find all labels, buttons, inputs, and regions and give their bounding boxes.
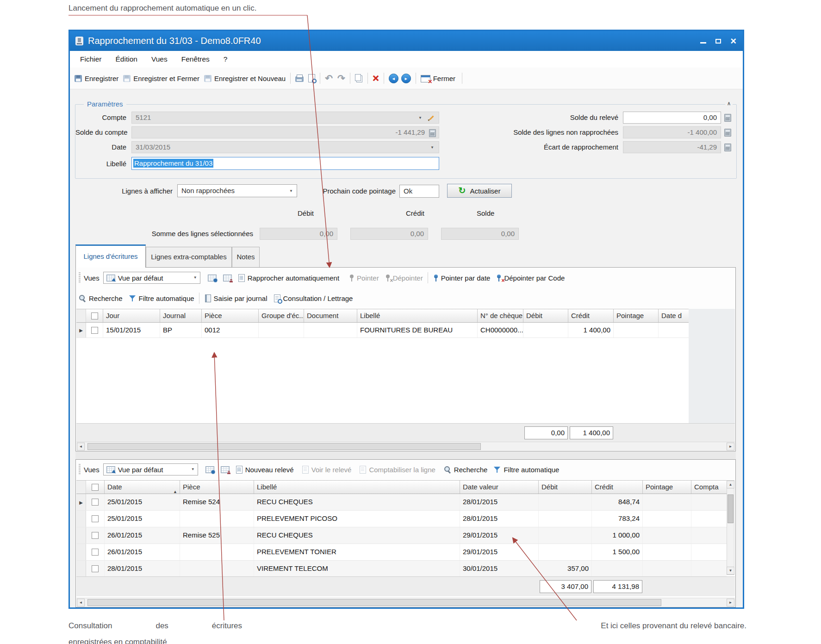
collapse-chevron-icon[interactable]: ∧ — [725, 100, 733, 106]
solde-releve-field[interactable]: 0,00 — [623, 112, 721, 124]
voir-releve-button[interactable]: Voir le relevé — [302, 466, 352, 474]
calculator-icon[interactable] — [429, 129, 436, 137]
minimize-button[interactable] — [700, 37, 706, 45]
releve-hscrollbar[interactable]: ◄ ► — [76, 598, 735, 606]
select-all-checkbox[interactable] — [86, 309, 103, 322]
maximize-button[interactable] — [715, 37, 721, 45]
consultation-lettrage-button[interactable]: Consultation / Lettrage — [274, 294, 353, 302]
scroll-left-icon[interactable]: ◄ — [77, 599, 85, 606]
filtre-auto-button[interactable]: Filtre automatique — [129, 294, 194, 302]
menu-fichier[interactable]: Fichier — [80, 55, 102, 63]
prochain-code-input[interactable]: Ok — [399, 185, 439, 198]
print-button[interactable] — [295, 75, 304, 82]
panel-splitter[interactable] — [75, 451, 736, 459]
chevron-down-icon[interactable]: ▼ — [430, 146, 434, 150]
scroll-right-icon[interactable]: ► — [727, 443, 734, 450]
undo-button[interactable]: ↶ — [325, 74, 333, 82]
col-document[interactable]: Document — [304, 309, 357, 322]
calculator-icon[interactable] — [724, 129, 731, 137]
releve-row[interactable]: 26/01/2015 PRELEVEMENT TONIER 29/01/2015… — [76, 544, 727, 561]
row-checkbox[interactable] — [86, 561, 105, 577]
calculator-icon[interactable] — [724, 144, 731, 151]
col-date-valeur[interactable]: Date d — [659, 309, 689, 322]
comptabiliser-button[interactable]: Comptabiliser la ligne — [360, 466, 435, 474]
save-close-button[interactable]: Enregistrer et Fermer — [123, 75, 199, 82]
menu-vues[interactable]: Vues — [151, 55, 168, 63]
close-button[interactable]: × — [730, 37, 736, 46]
col-pointage[interactable]: Pointage — [614, 309, 659, 322]
scroll-down-icon[interactable]: ▼ — [727, 567, 734, 575]
actualiser-button[interactable]: ↻ Actualiser — [447, 184, 512, 198]
previous-button[interactable]: ◄ — [389, 74, 398, 83]
row-checkbox[interactable] — [86, 494, 105, 510]
menu-fenetres[interactable]: Fenêtres — [181, 55, 210, 63]
pointer-par-date-button[interactable]: Pointer par date — [434, 274, 491, 282]
col-groupe[interactable]: Groupe d'éc... — [259, 309, 304, 322]
col-libelle[interactable]: Libellé — [254, 481, 460, 494]
save-button[interactable]: Enregistrer — [75, 75, 118, 82]
recherche-button[interactable]: Recherche — [444, 466, 488, 474]
col-credit[interactable]: Crédit — [592, 481, 643, 494]
pointer-button[interactable]: Pointer — [349, 274, 379, 282]
vue-select[interactable]: Vue par défaut ▼ — [103, 463, 198, 475]
releve-row[interactable]: 25/01/2015 PRELEVEMENT PICOSO 28/01/2015… — [76, 511, 727, 527]
scroll-up-icon[interactable]: ▲ — [727, 481, 734, 488]
row-checkbox[interactable] — [86, 527, 105, 544]
chevron-down-icon[interactable]: ▼ — [418, 116, 422, 120]
ecritures-row[interactable]: ▶ 15/01/2015 BP 0012 FOURNITURES DE BURE… — [76, 323, 689, 338]
scroll-thumb[interactable] — [87, 443, 481, 450]
releve-row[interactable]: 26/01/2015 Remise 525 RECU CHEQUES 29/01… — [76, 527, 727, 544]
col-compta[interactable]: Compta — [691, 481, 727, 494]
libelle-input[interactable]: Rapprochement du 31/03 — [131, 157, 439, 170]
ecritures-hscrollbar[interactable]: ◄ ► — [76, 442, 735, 450]
col-piece[interactable]: Pièce — [180, 481, 254, 494]
depointer-button[interactable]: × Dépointer — [386, 274, 423, 282]
date-field[interactable]: 31/03/2015 ▼ — [131, 141, 439, 153]
scroll-thumb[interactable] — [87, 599, 661, 606]
col-piece[interactable]: Pièce — [202, 309, 259, 322]
toolbar-grip[interactable] — [79, 464, 81, 475]
col-libelle[interactable]: Libellé — [357, 309, 478, 322]
row-checkbox[interactable] — [86, 511, 105, 527]
col-date-valeur[interactable]: Date valeur — [460, 481, 539, 494]
col-pointage[interactable]: Pointage — [643, 481, 691, 494]
edit-pencil-icon[interactable] — [428, 114, 435, 121]
title-bar[interactable]: Rapprochement du 31/03 - Demo8.0FR40 × — [70, 31, 743, 51]
calculator-icon[interactable] — [724, 114, 731, 122]
select-all-checkbox[interactable] — [86, 481, 105, 494]
releve-row[interactable]: 28/01/2015 VIREMENT TELECOM 30/01/2015 3… — [76, 561, 727, 577]
redo-button[interactable]: ↷ — [337, 74, 345, 82]
scroll-thumb[interactable] — [728, 494, 734, 523]
tab-lignes-ecritures[interactable]: Lignes d'écritures — [75, 244, 146, 268]
grid-user-view-icon[interactable] — [223, 275, 232, 281]
row-checkbox[interactable] — [86, 323, 103, 338]
rapprocher-auto-button[interactable]: Rapprocher automatiquement — [238, 274, 339, 282]
fermer-button[interactable]: Fermer — [421, 74, 455, 82]
col-debit[interactable]: Débit — [539, 481, 592, 494]
depointer-par-code-button[interactable]: × Dépointer par Code — [497, 274, 565, 282]
tab-notes[interactable]: Notes — [232, 247, 260, 268]
col-cheque[interactable]: N° de chèque — [478, 309, 523, 322]
grid-settings-icon[interactable] — [205, 466, 214, 473]
saisie-journal-button[interactable]: Saisie par journal — [205, 294, 267, 302]
col-date[interactable]: Date▲ — [105, 481, 180, 494]
releve-row[interactable]: ▶ 25/01/2015 Remise 524 RECU CHEQUES 28/… — [76, 494, 727, 511]
releve-vscrollbar[interactable]: ▲ ▼ — [727, 480, 734, 575]
lignes-afficher-select[interactable]: Non rapprochées ▼ — [177, 184, 297, 197]
col-journal[interactable]: Journal — [160, 309, 202, 322]
grid-user-view-icon[interactable] — [221, 466, 230, 473]
scroll-left-icon[interactable]: ◄ — [77, 443, 85, 450]
print-preview-button[interactable] — [308, 74, 315, 82]
vue-select[interactable]: Vue par défaut ▼ — [103, 272, 200, 284]
menu-aide[interactable]: ? — [224, 55, 228, 63]
nouveau-releve-button[interactable]: Nouveau relevé — [236, 466, 294, 474]
col-credit[interactable]: Crédit — [568, 309, 614, 322]
grid-settings-icon[interactable] — [208, 275, 217, 281]
row-checkbox[interactable] — [86, 544, 105, 560]
col-jour[interactable]: Jour — [103, 309, 160, 322]
compte-field[interactable]: 5121 ▼ — [131, 112, 439, 124]
col-debit[interactable]: Débit — [523, 309, 568, 322]
copy-button[interactable] — [355, 74, 363, 82]
delete-button[interactable]: × — [373, 74, 379, 83]
recherche-button[interactable]: Recherche — [79, 294, 123, 302]
